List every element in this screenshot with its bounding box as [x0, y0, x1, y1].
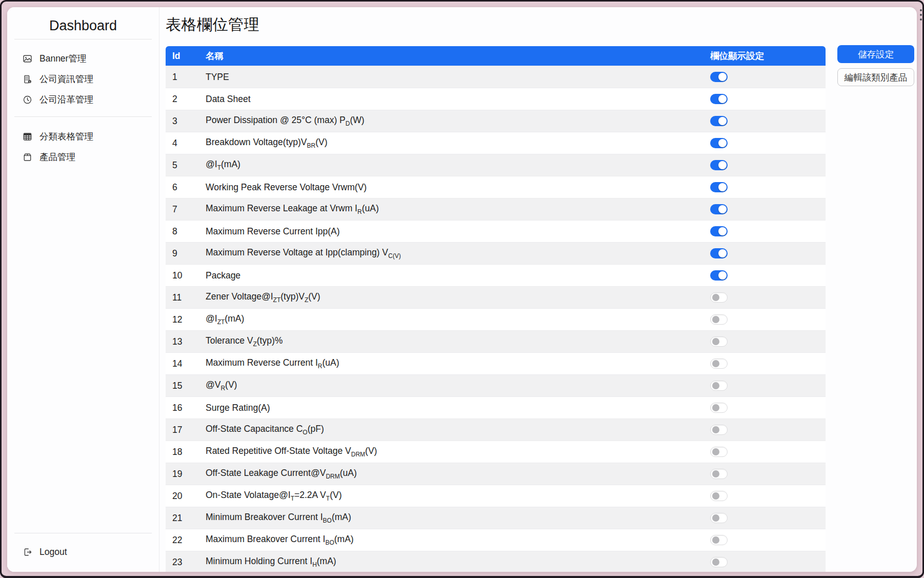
table-row: 9 Maximum Reverse Voltage at Ipp(clampin… — [166, 242, 826, 264]
row-id: 12 — [166, 314, 206, 325]
toggle-knob — [718, 161, 727, 169]
display-toggle[interactable] — [710, 403, 728, 413]
sidebar-item-company-history[interactable]: 公司沿革管理 — [7, 89, 159, 110]
display-toggle[interactable] — [710, 557, 728, 567]
display-toggle[interactable] — [710, 182, 728, 192]
table-row: 8 Maximum Reverse Current Ipp(A) — [166, 220, 826, 242]
display-toggle[interactable] — [710, 469, 728, 479]
table-row: 19 Off-State Leakage Current@VDRM(uA) — [166, 463, 826, 485]
main-content: 表格欄位管理 Id 名稱 欄位顯示設定 1 TYPE 2 Data Sheet — [160, 7, 917, 572]
building-info-icon — [23, 74, 32, 84]
toggle-knob — [712, 360, 719, 367]
table-row: 7 Maximum Reverse Leakage at Vrwm IR(uA) — [166, 198, 826, 220]
display-toggle[interactable] — [710, 381, 728, 391]
toggle-knob — [718, 95, 727, 103]
sidebar-item-label: 產品管理 — [39, 151, 75, 163]
row-name: Maximum Reverse Current IR(uA) — [206, 357, 710, 370]
row-name: Breakdown Voltage(typ)VBR(V) — [206, 137, 710, 149]
table-row: 16 Surge Rating(A) — [166, 396, 826, 418]
display-toggle[interactable] — [710, 226, 728, 236]
logout-label: Logout — [39, 547, 67, 557]
table-row: 21 Minimum Breakover Current IBO(mA) — [166, 507, 826, 529]
row-id: 9 — [166, 248, 206, 259]
logout-button[interactable]: Logout — [7, 542, 159, 562]
row-id: 6 — [166, 182, 206, 193]
sidebar: Dashboard Banner管理 — [7, 7, 159, 572]
table-row: 23 Minimum Holding Current IH(mA) — [166, 551, 826, 572]
table-row: 18 Rated Repetitive Off-State Voltage VD… — [166, 441, 826, 463]
row-id: 14 — [166, 358, 206, 369]
row-name: Rated Repetitive Off-State Voltage VDRM(… — [206, 446, 710, 458]
display-toggle[interactable] — [710, 425, 728, 435]
display-toggle[interactable] — [710, 447, 728, 457]
display-toggle[interactable] — [710, 94, 728, 104]
display-toggle[interactable] — [710, 292, 728, 303]
edit-category-products-button[interactable]: 編輯該類別產品 — [837, 68, 914, 86]
row-name: Off-State Leakage Current@VDRM(uA) — [206, 468, 710, 480]
row-id: 13 — [166, 336, 206, 347]
table-row: 17 Off-State Capacitance CO(pF) — [166, 418, 826, 441]
row-id: 1 — [166, 72, 206, 83]
display-toggle[interactable] — [710, 160, 728, 170]
table-row: 14 Maximum Reverse Current IR(uA) — [166, 352, 826, 374]
table-row: 13 Tolerance VZ(typ)% — [166, 330, 826, 352]
display-toggle[interactable] — [710, 336, 728, 347]
row-id: 4 — [166, 138, 206, 149]
toggle-knob — [718, 271, 727, 280]
row-id: 17 — [166, 425, 206, 435]
table-row: 6 Working Peak Reverse Voltage Vrwm(V) — [166, 176, 826, 198]
table-row: 10 Package — [166, 264, 826, 286]
sidebar-item-label: Banner管理 — [39, 52, 86, 65]
toggle-knob — [712, 514, 719, 522]
toggle-knob — [718, 139, 727, 147]
row-name: Tolerance VZ(typ)% — [206, 335, 710, 348]
table-row: 5 @IT(mA) — [166, 154, 826, 176]
table-row: 11 Zener Voltage@IZT(typ)VZ(V) — [166, 286, 826, 308]
sidebar-menu-group-1: Banner管理 公司資訊管理 — [7, 48, 159, 110]
row-name: Power Dissipation @ 25°C (max) PD(W) — [206, 115, 710, 127]
row-id: 16 — [166, 403, 206, 413]
toggle-knob — [712, 316, 719, 323]
display-toggle[interactable] — [710, 138, 728, 148]
display-toggle[interactable] — [710, 513, 728, 523]
row-id: 7 — [166, 204, 206, 215]
sidebar-divider — [14, 533, 152, 533]
display-toggle[interactable] — [710, 248, 728, 258]
row-id: 15 — [166, 381, 206, 391]
toggle-knob — [712, 470, 719, 477]
row-name: Package — [206, 270, 710, 281]
row-id: 20 — [166, 491, 206, 502]
sidebar-item-company-info[interactable]: 公司資訊管理 — [7, 69, 159, 89]
save-settings-button[interactable]: 儲存設定 — [837, 45, 914, 63]
row-name: Surge Rating(A) — [206, 403, 710, 413]
row-id: 8 — [166, 226, 206, 237]
row-name: TYPE — [206, 72, 710, 83]
scrollbar-dot — [920, 14, 922, 16]
sidebar-item-banner[interactable]: Banner管理 — [7, 48, 159, 69]
scrollbar-indicator[interactable] — [920, 9, 922, 21]
logout-icon — [23, 547, 32, 557]
toggle-knob — [712, 404, 719, 411]
display-toggle[interactable] — [710, 116, 728, 126]
row-id: 21 — [166, 513, 206, 524]
row-id: 18 — [166, 447, 206, 457]
display-toggle[interactable] — [710, 535, 728, 545]
display-toggle[interactable] — [710, 314, 728, 325]
display-toggle[interactable] — [710, 72, 728, 82]
clock-icon — [23, 95, 32, 105]
sidebar-item-category-table[interactable]: 分類表格管理 — [7, 126, 159, 147]
row-name: On-State Volatage@IT=2.2A VT(V) — [206, 490, 710, 502]
toggle-knob — [718, 227, 727, 235]
display-toggle[interactable] — [710, 358, 728, 369]
display-toggle[interactable] — [710, 204, 728, 214]
row-name: Maximum Breakover Current IBO(mA) — [206, 534, 710, 546]
header-id: Id — [166, 51, 206, 62]
display-toggle[interactable] — [710, 491, 728, 501]
row-id: 23 — [166, 557, 206, 568]
display-toggle[interactable] — [710, 270, 728, 281]
sidebar-item-products[interactable]: 產品管理 — [7, 147, 159, 167]
sidebar-footer: Logout — [7, 533, 159, 572]
row-name: Working Peak Reverse Voltage Vrwm(V) — [206, 182, 710, 193]
toggle-knob — [718, 183, 727, 191]
table-body: 1 TYPE 2 Data Sheet 3 Power Dissipation … — [166, 66, 826, 572]
